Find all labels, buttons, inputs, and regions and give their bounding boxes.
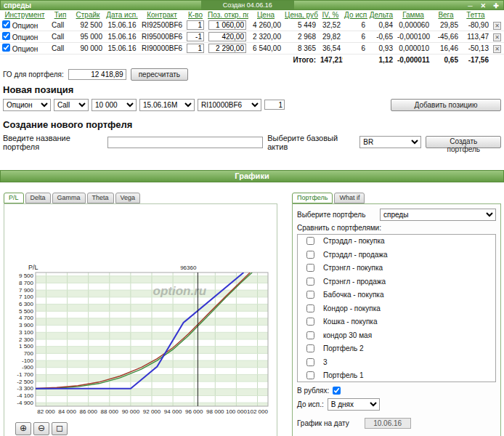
days-label: До исп.: xyxy=(297,400,324,408)
open-price-input[interactable] xyxy=(208,20,246,30)
column-header[interactable]: Дельта xyxy=(367,10,395,20)
svg-text:1 500: 1 500 xyxy=(19,343,34,350)
qty-input[interactable] xyxy=(187,32,204,41)
compare-checkbox[interactable] xyxy=(306,291,314,299)
vega-cell: -45,66 xyxy=(431,31,460,43)
portfolio-list-item[interactable]: Стрэнгл - покупка xyxy=(298,262,495,275)
compare-checkbox[interactable] xyxy=(306,237,314,245)
compare-checkbox[interactable] xyxy=(306,358,314,366)
totals-vega: 0,65 xyxy=(431,54,460,65)
portfolio-list: Стрэддл - покупкаСтрэддл - продажаСтрэнг… xyxy=(297,234,496,382)
portfolio-list-item[interactable]: Стрэддл - продажа xyxy=(298,248,495,262)
portfolio-item-label: Стрэнгл - покупка xyxy=(323,264,383,272)
price-rub-cell: 5 449 xyxy=(283,20,318,31)
tab-vega[interactable]: Vega xyxy=(115,193,141,203)
portfolio-select[interactable]: спреды xyxy=(380,209,496,221)
pl-chart[interactable]: option.ru963609 5008 7007 9007 1006 3005… xyxy=(7,261,274,422)
column-header[interactable]: Тетта xyxy=(460,10,491,20)
svg-text:700: 700 xyxy=(24,350,34,356)
compare-checkbox[interactable] xyxy=(306,278,314,286)
chart-date-label: График на дату xyxy=(297,419,349,427)
portfolio-list-item[interactable]: 3 xyxy=(298,355,495,369)
tab-portfolio[interactable]: Портфель xyxy=(292,193,333,203)
add-icon[interactable]: ✚ xyxy=(492,2,500,9)
delete-position-icon[interactable]: ✕ xyxy=(493,22,501,30)
column-header[interactable]: До исп. xyxy=(343,10,367,20)
contract-select[interactable]: RI10000BF6 xyxy=(198,99,261,111)
strike-select[interactable]: 10 000 xyxy=(92,99,137,111)
recalculate-button[interactable]: пересчитать xyxy=(131,68,188,81)
column-header[interactable]: Вега xyxy=(431,10,460,20)
column-header[interactable]: Цена, руб. xyxy=(283,10,318,20)
tab-theta[interactable]: Theta xyxy=(87,193,114,203)
svg-text:88 000: 88 000 xyxy=(101,408,119,415)
column-header[interactable]: Цена xyxy=(248,10,283,20)
qty-input[interactable] xyxy=(187,44,204,53)
new-position-row: Опцион Call 10 000 15.06.16M RI10000BF6 … xyxy=(0,97,504,117)
option-type-select[interactable]: Call xyxy=(54,99,89,111)
column-header[interactable]: Тип xyxy=(49,10,71,20)
portfolio-name-input[interactable] xyxy=(107,137,263,148)
portfolio-list-item[interactable]: Бабочка - покупка xyxy=(298,288,495,302)
portfolio-list-item[interactable]: Портфель 2 xyxy=(298,342,495,356)
position-checkbox[interactable] xyxy=(2,44,10,52)
compare-checkbox[interactable] xyxy=(306,331,314,339)
days-cell: 6 xyxy=(343,20,367,31)
compare-checkbox[interactable] xyxy=(306,371,314,379)
portfolio-item-label: Стрэддл - продажа xyxy=(323,251,388,259)
portfolio-list-item[interactable]: Стрэнгл - продажа xyxy=(298,275,495,288)
delete-position-icon[interactable]: ✕ xyxy=(493,45,501,53)
delete-position-icon[interactable]: ✕ xyxy=(493,33,501,41)
position-checkbox[interactable] xyxy=(2,32,10,40)
compare-checkbox[interactable] xyxy=(306,318,314,326)
add-position-button[interactable]: Добавить позицию xyxy=(391,99,501,111)
column-header[interactable]: Инструмент xyxy=(0,10,49,20)
column-header[interactable]: Поз. откр. по xyxy=(206,10,248,20)
zoom-out-icon[interactable]: ⊖ xyxy=(33,422,49,435)
zoom-reset-icon[interactable]: ◻ xyxy=(52,422,68,435)
portfolio-list-item[interactable]: Кошка - покупка xyxy=(298,315,495,329)
portfolio-list-item[interactable]: Портфель 1 xyxy=(298,369,495,382)
svg-text:-4 100: -4 100 xyxy=(17,392,33,399)
zoom-in-icon[interactable]: ⊕ xyxy=(15,422,31,435)
chart-date-input[interactable] xyxy=(365,418,411,429)
compare-checkbox[interactable] xyxy=(306,304,314,312)
days-select[interactable]: В днях xyxy=(328,398,380,411)
svg-text:6 300: 6 300 xyxy=(19,301,34,307)
base-asset-select[interactable]: BR xyxy=(359,136,421,148)
open-price-input[interactable] xyxy=(208,44,246,53)
column-header[interactable]: Дата исп. xyxy=(105,10,139,20)
open-price-input[interactable] xyxy=(208,32,246,41)
compare-checkbox[interactable] xyxy=(306,264,314,272)
column-header[interactable]: Контракт xyxy=(139,10,184,20)
portfolio-list-item[interactable]: Кондор - покупка xyxy=(298,302,495,315)
create-portfolio-button[interactable]: Создать портфель xyxy=(426,136,501,148)
tab-whatif[interactable]: What if xyxy=(334,193,365,203)
close-icon[interactable]: ✕ xyxy=(479,2,487,9)
new-portfolio-heading: Создание нового портфеля xyxy=(3,119,504,130)
column-header[interactable]: Страйк xyxy=(71,10,105,20)
column-header[interactable]: Гамма xyxy=(395,10,431,20)
tab-gamma[interactable]: Gamma xyxy=(52,193,86,203)
column-header[interactable]: К-во xyxy=(184,10,206,20)
position-checkbox[interactable] xyxy=(2,20,10,28)
portfolio-list-item[interactable]: кондор 30 мая xyxy=(298,328,495,342)
margin-input[interactable] xyxy=(68,69,126,80)
minimize-icon[interactable]: ─ xyxy=(466,2,474,9)
svg-text:4 700: 4 700 xyxy=(19,315,34,321)
portfolio-item-label: кондор 30 мая xyxy=(323,331,372,339)
column-header[interactable]: IV, % xyxy=(318,10,343,20)
portfolio-list-item[interactable]: Стрэддл - покупка xyxy=(298,235,495,249)
position-row: ОпционCall92 50015.06.16RI92500BF64 260,… xyxy=(0,20,504,31)
window-title: спреды xyxy=(4,1,31,9)
exp-date-select[interactable]: 15.06.16M xyxy=(139,99,195,111)
instrument-select[interactable]: Опцион xyxy=(3,99,51,111)
tab-pl[interactable]: P/L xyxy=(4,193,24,203)
rubles-checkbox[interactable] xyxy=(333,387,341,395)
theta-cell: 113,47 xyxy=(460,31,491,43)
qty-input[interactable] xyxy=(187,20,204,30)
tab-delta[interactable]: Delta xyxy=(25,193,51,203)
new-qty-input[interactable] xyxy=(264,100,285,110)
compare-checkbox[interactable] xyxy=(306,251,314,259)
compare-checkbox[interactable] xyxy=(306,344,314,352)
